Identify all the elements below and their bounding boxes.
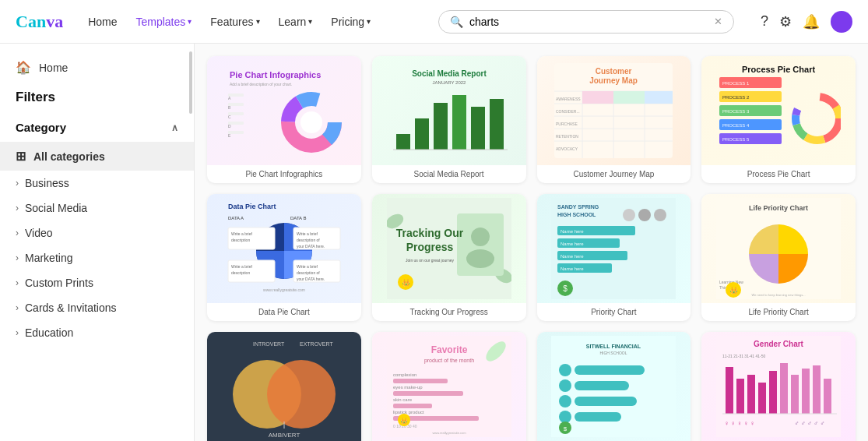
svg-rect-132: [393, 404, 432, 408]
card-thumbnail: SANDY SPRING HIGH SCHOOL Name here Name …: [537, 194, 691, 303]
card-process-pie[interactable]: Process Pie Chart PROCESS 1 PROCESS 2 PR…: [701, 56, 856, 183]
avatar[interactable]: [831, 11, 852, 33]
svg-text:complexion: complexion: [393, 372, 416, 377]
chevron-down-icon: ▾: [367, 17, 371, 26]
card-tracking-progress[interactable]: Tracking Our Progress Join us on our gre…: [372, 194, 526, 321]
sidebar-item-cards-invitations[interactable]: › Cards & Invitations: [0, 295, 194, 320]
close-icon[interactable]: ✕: [714, 16, 722, 27]
help-icon[interactable]: ?: [761, 13, 768, 30]
card-data-pie[interactable]: Data Pie Chart DATA A DATA B DATA C DATA…: [207, 194, 361, 321]
svg-text:Name here: Name here: [561, 254, 584, 259]
card-thumbnail: INTROVERT EXTROVERT AMBIVERT: [207, 332, 361, 441]
svg-text:your DATA here.: your DATA here.: [297, 277, 325, 281]
svg-rect-20: [434, 103, 448, 150]
svg-text:INTROVERT: INTROVERT: [253, 341, 285, 347]
nav-learn[interactable]: Learn ▾: [272, 12, 319, 31]
svg-text:description of: description of: [297, 238, 320, 242]
svg-text:Life Priority Chart: Life Priority Chart: [749, 204, 808, 212]
logo[interactable]: Canva: [16, 12, 63, 32]
svg-text:Social Media Report: Social Media Report: [412, 69, 487, 78]
svg-point-86: [466, 249, 494, 268]
card-thumbnail: Process Pie Chart PROCESS 1 PROCESS 2 PR…: [701, 56, 856, 165]
category-header[interactable]: Category ∧: [0, 113, 194, 142]
nav-pricing[interactable]: Pricing ▾: [325, 12, 377, 31]
card-thumbnail: Pie Chart Infographics Add a brief descr…: [207, 56, 361, 165]
card-social-report[interactable]: Social Media Report JANUARY 2022 Social …: [372, 56, 526, 183]
sidebar-item-education[interactable]: › Education: [0, 320, 194, 345]
svg-text:www.reallygreatsite.com: www.reallygreatsite.com: [432, 431, 466, 435]
search-input[interactable]: [469, 16, 708, 28]
svg-text:Write a brief: Write a brief: [297, 231, 318, 236]
svg-rect-128: [393, 379, 448, 383]
svg-rect-157: [758, 383, 766, 414]
card-pie-infographic[interactable]: Pie Chart Infographics Add a brief descr…: [207, 56, 361, 183]
sidebar-item-social-media[interactable]: › Social Media: [0, 196, 194, 220]
card-customer-journey[interactable]: Customer Journey Map: [537, 56, 691, 183]
svg-text:skin care: skin care: [393, 397, 413, 402]
svg-text:11-21  21-31  31-41  41-50: 11-21 21-31 31-41 41-50: [722, 354, 766, 358]
svg-text:Data Pie Chart: Data Pie Chart: [228, 203, 276, 210]
chevron-right-icon: ›: [16, 277, 19, 288]
scrollbar-track[interactable]: [189, 51, 192, 114]
card-intro-extro[interactable]: INTROVERT EXTROVERT AMBIVERT Introvert/E…: [207, 332, 361, 441]
bell-icon[interactable]: 🔔: [803, 13, 820, 30]
svg-rect-159: [780, 363, 788, 414]
svg-text:EXTROVERT: EXTROVERT: [300, 341, 333, 347]
svg-text:PURCHASE: PURCHASE: [556, 122, 578, 126]
card-label: Customer Journey Map: [537, 165, 691, 183]
svg-text:Gender Chart: Gender Chart: [754, 340, 804, 348]
sidebar-item-home[interactable]: 🏠 Home: [0, 53, 194, 82]
card-financial[interactable]: SITWELL FINANCIAL HIGH SCHOOL $: [537, 332, 691, 441]
svg-text:Name here: Name here: [561, 229, 584, 234]
svg-rect-145: [575, 381, 629, 390]
sidebar-item-marketing[interactable]: › Marketing: [0, 245, 194, 270]
svg-text:C: C: [228, 115, 231, 119]
nav: Home Templates ▾ Features ▾ Learn ▾ Pric…: [82, 12, 377, 31]
svg-text:We need to keep learning new t: We need to keep learning new things...: [752, 293, 806, 297]
svg-rect-19: [415, 118, 429, 150]
sidebar: 🏠 Home Filters Category ∧ ⊞ All categori…: [0, 44, 195, 441]
nav-templates[interactable]: Templates ▾: [129, 12, 198, 31]
svg-text:lipstick product: lipstick product: [393, 410, 424, 415]
svg-rect-130: [393, 391, 463, 396]
chevron-down-icon: ▾: [256, 17, 260, 26]
svg-text:PROCESS 1: PROCESS 1: [722, 81, 750, 86]
card-label: Priority Chart: [537, 303, 691, 321]
svg-text:AWARENESS: AWARENESS: [556, 97, 581, 101]
chevron-right-icon: ›: [16, 302, 19, 313]
svg-text:HIGH SCHOOL: HIGH SCHOOL: [600, 351, 627, 355]
card-label: Social Media Report: [372, 165, 526, 183]
svg-text:RETENTION: RETENTION: [556, 134, 578, 139]
card-life-priority[interactable]: Life Priority Chart Learning New Things …: [701, 194, 856, 321]
svg-rect-160: [791, 375, 799, 414]
card-thumbnail: SITWELL FINANCIAL HIGH SCHOOL $: [537, 332, 691, 441]
svg-rect-162: [813, 365, 821, 414]
card-favorite-product[interactable]: Favorite product of the month complexion…: [372, 332, 526, 441]
svg-rect-158: [769, 371, 777, 414]
svg-rect-23: [490, 99, 504, 150]
sidebar-item-custom-prints[interactable]: › Custom Prints: [0, 270, 194, 295]
nav-features[interactable]: Features ▾: [204, 12, 265, 31]
svg-text:Add a brief description of you: Add a brief description of your chart.: [230, 82, 292, 86]
filters-header: Filters: [0, 82, 194, 113]
nav-home[interactable]: Home: [82, 12, 123, 31]
svg-text:SANDY SPRING: SANDY SPRING: [557, 204, 599, 210]
home-icon: 🏠: [16, 60, 31, 75]
svg-rect-147: [575, 397, 637, 406]
sidebar-item-business[interactable]: › Business: [0, 171, 194, 196]
svg-text:$: $: [564, 284, 568, 293]
card-gender-chart[interactable]: Gender Chart: [701, 332, 856, 441]
chevron-right-icon: ›: [16, 252, 19, 263]
svg-text:Write a brief: Write a brief: [231, 264, 252, 269]
sidebar-item-all-categories[interactable]: ⊞ All categories: [0, 142, 194, 171]
settings-icon[interactable]: ⚙: [779, 13, 792, 30]
svg-rect-38: [645, 91, 673, 104]
main-layout: 🏠 Home Filters Category ∧ ⊞ All categori…: [0, 44, 868, 441]
chevron-right-icon: ›: [16, 203, 19, 213]
svg-rect-36: [582, 91, 613, 104]
svg-rect-21: [452, 95, 466, 150]
sidebar-item-video[interactable]: › Video: [0, 220, 194, 245]
card-school-chart[interactable]: SANDY SPRING HIGH SCHOOL Name here Name …: [537, 194, 691, 321]
svg-text:Pie Chart Infographics: Pie Chart Infographics: [230, 70, 321, 79]
svg-text:ADVOCACY: ADVOCACY: [556, 146, 578, 151]
